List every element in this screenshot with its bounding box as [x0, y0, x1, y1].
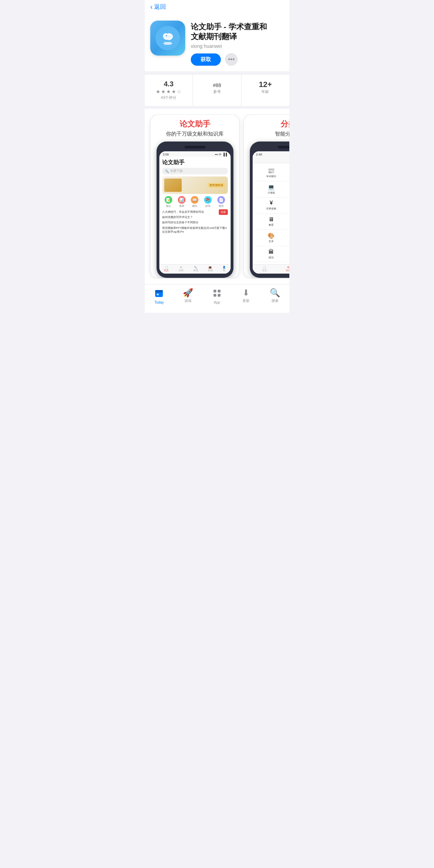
- more-button[interactable]: •••: [225, 53, 238, 66]
- games-icon: 🚀: [183, 289, 193, 297]
- svg-rect-10: [218, 294, 220, 297]
- phone-status-bar-1: 3:58 ▪▪▪ ⟳ ▐▐: [159, 151, 231, 157]
- phone-icon-journal: 📖 期刊: [191, 196, 198, 208]
- phone-mockup-1: 3:58 ▪▪▪ ⟳ ▐▐ 论文助手 🔍 免费下载: [157, 142, 233, 278]
- cat-education: 🖥 教育: [255, 214, 288, 230]
- nav-bar: ‹ 返回: [145, 0, 289, 15]
- age-label: 年龄: [244, 89, 287, 94]
- phone-icon-note: 📝 笔记: [165, 196, 172, 208]
- back-button[interactable]: ‹ 返回: [150, 3, 166, 11]
- phone-cat-header: 分类: [253, 157, 290, 163]
- ss1-subtitle: 你的千万级文献和知识库: [156, 131, 233, 137]
- ss2-subtitle: 智能分类和: [249, 131, 289, 137]
- tab-search[interactable]: 🔍 搜索: [260, 287, 289, 306]
- phone-time-2: 2:48: [256, 153, 262, 156]
- phone-tab-me: 👤我: [223, 266, 226, 272]
- phone-bottom-tabs-1: 📄论文 ⊞分类 🔍发现 💼职场 👤我: [159, 264, 231, 274]
- svg-point-1: [163, 42, 172, 45]
- screenshot-1: 论文助手 你的千万级文献和知识库 3:58 ▪▪▪ ⟳ ▐▐ 论文助手: [150, 114, 239, 279]
- rating-count: 43个评分: [147, 95, 190, 100]
- phone-app-title-1: 论文助手: [162, 159, 228, 166]
- banner-text-1: 营养资料库: [208, 183, 225, 188]
- phone-search-1: 🔍 免费下载: [162, 168, 228, 174]
- phone-icon-book: 📚 好书: [204, 196, 212, 208]
- screenshots-section: 论文助手 你的千万级文献和知识库 3:58 ▪▪▪ ⟳ ▐▐ 论文助手: [145, 109, 289, 284]
- article-3: 如何写好论文的各个不同部分: [162, 220, 228, 224]
- cat-medical: 💊 医药: [288, 165, 289, 181]
- back-label: 返回: [154, 3, 166, 11]
- rank-stat: #88 参考: [193, 74, 241, 106]
- rating-stat: 4.3 ★ ★ ★ ★ ☆ 43个评分: [145, 74, 193, 106]
- app-actions: 获取 •••: [191, 53, 284, 66]
- phone-signal-1: ▪▪▪ ⟳ ▐▐: [215, 153, 227, 156]
- search-icon-small: 🔍: [165, 169, 169, 173]
- app-icon: [150, 21, 185, 56]
- ss2-phone-area: 2:48 ⟸ ⟳ ▐ 分类 📰 学术期刊: [244, 139, 289, 279]
- tab-apps[interactable]: App: [203, 287, 232, 306]
- tab-today-label: Today: [154, 301, 164, 304]
- phone-icons-row-1: 📝 笔记 📊 答辩 📖 期刊: [162, 196, 228, 208]
- apps-icon: [212, 289, 222, 299]
- phone-screen-2: 2:48 ⟸ ⟳ ▐ 分类 📰 学术期刊: [253, 151, 290, 274]
- phone-tab-cat: ⊞分类: [179, 266, 183, 272]
- phone-time-1: 3:58: [163, 153, 169, 156]
- get-button[interactable]: 获取: [191, 53, 221, 66]
- cat-computer: 💻 计算机: [255, 182, 288, 198]
- phone-notch-2: [278, 146, 290, 149]
- phone-status-bar-2: 2:48 ⟸ ⟳ ▐: [253, 151, 290, 157]
- ss2-header: 分类 智能分类和: [244, 115, 289, 139]
- tab-updates-label: 更新: [243, 298, 249, 303]
- svg-rect-6: [157, 294, 159, 295]
- cat-management: ⊞ 管理学: [288, 198, 289, 214]
- cat-law: ⚖ 法律: [288, 214, 289, 230]
- cat-literature: ✏ 文学: [288, 230, 289, 246]
- phone-banner-1: 营养资料库: [162, 176, 228, 194]
- tab-games[interactable]: 🚀 游戏: [174, 287, 203, 306]
- phone-tab-job: 💼职场: [208, 266, 213, 272]
- screenshot-2: 分类 智能分类和 2:48 ⟸ ⟳ ▐ 分类: [244, 114, 289, 279]
- app-header: 论文助手 - 学术查重和 文献期刊翻译 xiong huanwei 获取 •••: [145, 15, 289, 71]
- updates-icon: ⬇: [243, 289, 249, 297]
- svg-point-3: [166, 35, 167, 36]
- age-stat: 12+ 年龄: [241, 74, 289, 106]
- cat-politics: 🏛 政治: [255, 247, 288, 262]
- tab-apps-label: App: [214, 301, 220, 304]
- ss2-title: 分类: [249, 119, 289, 129]
- rank-value: #88: [196, 80, 238, 89]
- svg-rect-9: [214, 294, 216, 297]
- chevron-left-icon: ‹: [150, 3, 153, 11]
- stats-bar: 4.3 ★ ★ ★ ★ ☆ 43个评分 #88 参考 12+ 年龄: [145, 74, 289, 106]
- article-2: 如何优雅的写学术论文？: [162, 215, 228, 219]
- phone-screen-1: 3:58 ▪▪▪ ⟳ ▐▐ 论文助手 🔍 免费下载: [159, 151, 231, 274]
- today-icon: [154, 289, 164, 299]
- cat-finance: ¥ 证券金融: [255, 198, 288, 214]
- svg-rect-8: [218, 290, 220, 292]
- star-2: ★: [161, 89, 166, 94]
- ss1-title: 论文助手: [156, 119, 233, 129]
- phone-notch-1: [185, 146, 205, 149]
- phone-bottom-tabs-2: 📄论文 ⊞分类 🔍发现: [253, 264, 290, 274]
- phone-icon-defense: 📊 答辩: [178, 196, 186, 208]
- phone-tab2-cat: ⊞分类: [286, 266, 290, 272]
- rank-label: 参考: [196, 89, 238, 94]
- phone-tab2-paper: 📄论文: [262, 266, 267, 272]
- article-4: 简历模板和PPT模板外加各种文献总共100万套下载#论文助手vip用户#: [162, 226, 228, 234]
- app-title: 论文助手 - 学术查重和 文献期刊翻译: [191, 22, 284, 41]
- tab-updates[interactable]: ⬇ 更新: [231, 287, 260, 306]
- phone-content-1: 论文助手 🔍 免费下载 营养资料库: [159, 157, 231, 264]
- ellipsis-icon: •••: [228, 56, 235, 63]
- svg-rect-5: [155, 290, 163, 292]
- cat-language: A 语言类: [288, 247, 289, 262]
- ss1-header: 论文助手 你的千万级文献和知识库: [151, 115, 239, 139]
- tab-today[interactable]: Today: [145, 287, 174, 306]
- tab-search-label: 搜索: [272, 298, 279, 303]
- star-5: ☆: [177, 89, 181, 94]
- tab-bar: Today 🚀 游戏 App ⬇ 更新 🔍 搜索: [145, 284, 289, 313]
- tab-games-label: 游戏: [185, 298, 191, 303]
- star-1: ★: [156, 89, 160, 94]
- phone-tab-paper: 📄论文: [164, 266, 169, 272]
- ss1-phone-area: 3:58 ▪▪▪ ⟳ ▐▐ 论文助手 🔍 免费下载: [151, 139, 239, 279]
- star-4: ★: [172, 89, 176, 94]
- screenshots-scroll[interactable]: 论文助手 你的千万级文献和知识库 3:58 ▪▪▪ ⟳ ▐▐ 论文助手: [145, 114, 289, 279]
- cat-business: 🏢 工商管理: [288, 182, 289, 198]
